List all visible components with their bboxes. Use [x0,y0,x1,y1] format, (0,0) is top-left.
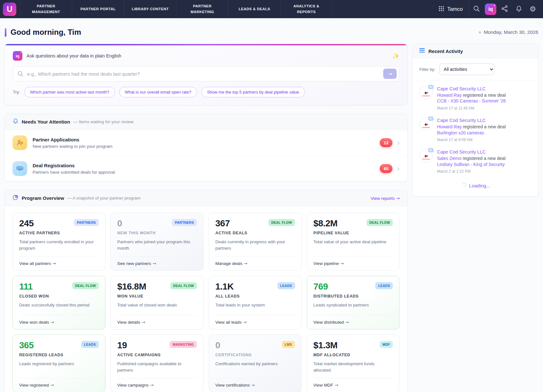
stat-label: CERTIFICATIONS [215,353,295,357]
nav-item-analytics-reports[interactable]: ANALYTICS & REPORTS [280,0,332,18]
activity-company-link[interactable]: Cape Cod Security LLC [437,149,505,155]
suggestion-chip[interactable]: Which partner was most active last month… [24,87,115,97]
settings-button[interactable]: ⚙ [526,3,539,16]
stat-value: 1.1K [215,282,234,292]
stat-description: Partners who joined your program this mo… [117,239,197,252]
iq-icon: iq [485,4,496,15]
stat-card-active-deals: 367 DEAL FLOW ACTIVE DEALS Deals current… [209,213,302,271]
stat-link[interactable]: View registered [19,383,54,388]
page-title: Good morning, Tim [5,28,81,37]
activity-deal-link[interactable]: CCB - X30 Cameras - Summer '26 [437,98,506,104]
try-label: Try: [13,90,20,94]
stat-value: 0 [215,340,220,351]
company-logo: ◆• [424,91,428,95]
workspace-switcher[interactable]: Tamco [434,3,467,15]
stat-card-active-partners: 245 PARTNERS ACTIVE PARTNERS Total partn… [12,213,105,271]
stat-card-all-leads: 1.1K LEADS ALL LEADS Total leads in your… [209,276,302,329]
stat-link[interactable]: View distributed [314,320,349,325]
camera-badge-icon [428,117,433,121]
section-title: Program Overview [22,195,64,201]
stat-description: Leads registered by partners [19,361,99,374]
stat-link[interactable]: View pipeline [314,261,344,266]
bell-icon [516,5,522,13]
stat-description: Total value of closed won deals [117,302,197,311]
activity-item: ◆• Cape Cod Security LLC Sales Demo regi… [413,146,539,177]
activity-action-text: registered a new deal [463,156,506,161]
ai-question-input[interactable] [13,66,399,81]
activity-deal-link[interactable]: Burlington x20 cameras [437,130,506,136]
category-badge: PARTNERS [172,219,197,226]
grid-icon [438,6,444,13]
stat-link[interactable]: See new partners [117,261,156,266]
date-dot-icon [479,31,481,34]
stat-card-won-value: $16.8M DEAL FLOW WON VALUE Total value o… [111,276,204,329]
stat-value: $16.8M [117,282,146,292]
category-badge: LEADS [375,282,393,289]
stat-link[interactable]: View won deals [19,320,54,325]
category-badge: MARKETING [170,341,197,348]
activity-timestamp: March 2 at 1:22 PM [437,169,505,174]
stat-link[interactable]: View all leads [215,320,247,325]
activity-item: ◆• Cape Cod Security LLC Howard Ray regi… [413,114,539,146]
activity-filter-select[interactable]: All activities [439,64,494,75]
activity-deal-link[interactable]: Lindsey Sullivan - King of Security [437,162,505,168]
nav-item-partner-management[interactable]: PARTNER MANAGEMENT [20,0,72,18]
search-icon [473,5,480,13]
stat-link[interactable]: View details [117,320,145,325]
ai-submit-button[interactable] [383,69,397,79]
stat-link[interactable]: View certifications [215,383,255,388]
stat-description: Deals currently in progress with your pa… [215,239,295,252]
stat-link[interactable]: Manage deals [215,261,247,266]
attention-item-partner-applications[interactable]: Partner Applications New partners waitin… [4,130,407,156]
suggestion-chip[interactable]: What is our overall email open rate? [119,87,197,97]
count-badge: 65 [380,164,392,173]
activity-item: ◆• Cape Cod Security LLC Howard Ray regi… [413,82,539,114]
stat-grid: 245 PARTNERS ACTIVE PARTNERS Total partn… [4,206,407,392]
stat-description: Total value of your active deal pipeline [314,239,393,252]
activity-company-link[interactable]: Cape Cod Security LLC [437,86,506,92]
activity-action-text: registered a new deal [463,93,506,98]
list-icon [419,48,425,54]
stat-value: 365 [19,340,34,351]
stat-link[interactable]: View all partners [19,261,56,266]
search-button[interactable] [470,3,483,16]
activity-timestamp: March 17 at 11:45 AM [437,106,506,110]
stat-description: Total market development funds allocated [314,361,393,374]
stat-card-registered-leads: 365 LEADS REGISTERED LEADS Leads registe… [12,335,105,392]
stat-value: 245 [19,218,34,229]
category-badge: LEADS [277,282,295,289]
suggestion-chip[interactable]: Show me the top 5 partners by deal pipel… [201,87,305,97]
stat-card-mdf-allocated: $1.3M MDF MDF ALLOCATED Total market dev… [307,335,400,392]
stat-value: $1.3M [314,340,337,351]
stat-description: Total leads in your system [215,302,295,311]
search-icon [17,71,24,78]
stat-label: DISTRIBUTED LEADS [314,294,393,298]
iq-assistant-button[interactable]: iq [484,3,497,16]
stat-description: Certifications earned by partners [215,361,295,374]
app-logo[interactable]: U [3,3,16,16]
activity-company-link[interactable]: Cape Cod Security LLC [437,117,506,124]
stat-link[interactable]: View MDF [314,383,338,388]
greeting-row: Good morning, Tim Monday, March 30, 2026 [5,28,538,37]
nav-item-partner-portal[interactable]: PARTNER PORTAL [72,0,124,18]
stat-description: Total partners currently enrolled in you… [19,239,99,252]
activity-actor-link[interactable]: Howard Ray [437,93,462,98]
nav-item-partner-marketing[interactable]: PARTNER MARKETING [176,0,228,18]
attention-item-title: Partner Applications [33,137,112,142]
ai-prompt-label: Ask questions about your data in plain E… [27,53,121,58]
stat-link[interactable]: View campaigns [117,383,154,388]
nav-item-library-content[interactable]: LIBRARY CONTENT [124,0,176,18]
chevron-right-icon: › [397,165,399,173]
notifications-button[interactable] [512,3,525,16]
stat-card-pipeline-value: $8.2M DEAL FLOW PIPELINE VALUE Total val… [307,213,400,271]
company-logo: ◆• [424,122,428,126]
stat-description: Published campaigns available to partner… [117,361,197,374]
stat-description: Leads syndicated to partners [314,302,393,311]
activity-actor-link[interactable]: Sales Demo [437,156,461,161]
iq-icon: iq [13,51,22,61]
activity-actor-link[interactable]: Howard Ray [437,124,462,129]
view-reports-link[interactable]: View reports [371,196,399,201]
attention-item-deal-registrations[interactable]: Deal Registrations Partners have submitt… [4,156,407,181]
nav-item-leads-deals[interactable]: LEADS & DEALS [228,0,280,18]
integrations-button[interactable] [498,3,511,16]
